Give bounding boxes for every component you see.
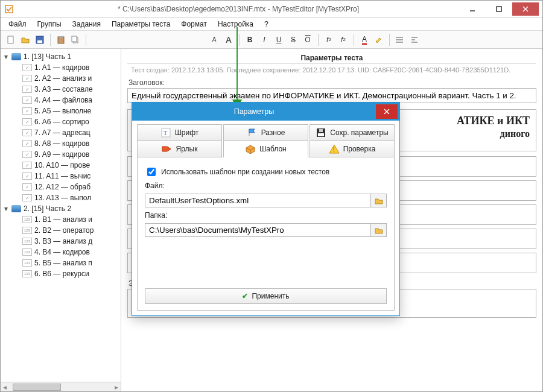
tree-item[interactable]: ✓10. A10 — прове [2,160,119,171]
folder-icon [11,53,21,60]
window-title: * C:\Users\bas\Desktop\egedemo2013INF.mt… [17,5,459,13]
tab-save-params[interactable]: Сохр. параметры [310,124,395,141]
tree-item[interactable]: ✓1. A1 — кодиров [2,62,119,73]
tree-group-2[interactable]: ▾ 2. [15] Часть 2 [2,203,119,214]
folder-input[interactable] [145,223,371,237]
tabs-row-1: T Шрифт Разное Сохр. параметры [137,124,395,141]
tree-item[interactable]: 1235. B5 — анализ п [2,258,119,268]
tree-item[interactable]: 1233. B3 — анализ д [2,236,119,247]
save-icon[interactable] [33,33,46,46]
tree-item[interactable]: ✓9. A9 — кодиров [2,149,119,160]
use-template-checkbox[interactable]: Использовать шаблон при создании новых т… [145,166,387,178]
header-input[interactable] [127,88,536,103]
dialog-titlebar[interactable]: Параметры [132,103,399,121]
tree-item[interactable]: 1236. B6 — рекурси [2,268,119,279]
sidebar-hscroll[interactable]: ◂ ▸ [1,382,121,391]
tree-item[interactable]: ✓8. A8 — кодиров [2,138,119,149]
folder-icon [11,205,21,212]
collapse-icon[interactable]: ▾ [3,52,9,61]
task-icon: ✓ [22,140,32,147]
svg-point-17 [396,42,398,43]
tree-item[interactable]: ✓4. A4 — файлова [2,95,119,106]
tree-item[interactable]: 1234. B4 — кодиров [2,247,119,258]
tree-item[interactable]: ✓3. A3 — составле [2,84,119,95]
list-icon[interactable] [393,33,407,46]
tree-label: 2. [15] Часть 2 [24,204,71,213]
highlight-icon[interactable] [372,33,386,46]
apply-button[interactable]: ✔ Применить [145,288,387,304]
overline-icon[interactable]: O [301,33,314,46]
scroll-thumb[interactable] [13,384,61,391]
underline-icon[interactable]: U [272,33,285,46]
svg-rect-11 [72,36,77,42]
tab-shortcut[interactable]: Ярлык [137,141,222,157]
bold-icon[interactable]: B [243,33,256,46]
sidebar: ▾ 1. [13] Часть 1 ✓1. A1 — кодиров ✓2. A… [1,49,121,391]
svg-rect-2 [497,7,501,11]
menu-settings[interactable]: Настройка [214,19,258,30]
task-icon: ✓ [22,183,32,191]
browse-file-button[interactable] [371,194,387,207]
font-smaller-icon[interactable]: A [208,33,221,46]
file-input[interactable] [145,194,371,207]
font-color-icon[interactable]: A [358,33,371,46]
app-icon [4,4,14,14]
svg-rect-29 [319,129,323,132]
close-button[interactable] [512,2,539,16]
font-tab-icon: T [160,127,171,138]
browse-folder-button[interactable] [371,223,387,237]
task-icon: 123 [22,270,32,277]
subscript-icon[interactable]: f2 [322,33,335,46]
task-icon: 123 [22,259,32,267]
header-label: Заголовок: [127,76,536,88]
tab-font[interactable]: T Шрифт [137,124,222,141]
tree-item[interactable]: ✓12. A12 — обраб [2,182,119,192]
dialog-close-button[interactable] [376,104,398,119]
font-larger-icon[interactable]: A [222,33,235,46]
superscript-icon[interactable]: f2 [337,33,350,46]
file-label: Файл: [145,182,387,190]
tab-check[interactable]: ! Проверка [310,141,395,157]
task-icon: 123 [22,238,32,245]
menu-format[interactable]: Формат [177,19,211,30]
task-icon: ✓ [22,75,32,82]
tree-group-1[interactable]: ▾ 1. [13] Часть 1 [2,51,119,62]
paste-icon[interactable] [54,33,68,46]
strike-icon[interactable]: S [287,33,300,46]
collapse-icon[interactable]: ▾ [3,204,9,213]
task-icon: 123 [22,248,32,256]
new-file-icon[interactable] [4,33,17,46]
window-controls [459,2,539,16]
menu-test-params[interactable]: Параметры теста [107,19,174,30]
task-icon: ✓ [22,96,32,104]
minimize-button[interactable] [459,2,486,16]
tree-item[interactable]: ✓2. A2 — анализ и [2,73,119,84]
tab-misc[interactable]: Разное [223,124,308,141]
parameters-dialog: Параметры T Шрифт Разное Сохр. параметры [132,102,400,316]
svg-rect-5 [8,36,13,43]
tree-item[interactable]: 1232. B2 — оператор [2,225,119,236]
align-icon[interactable] [408,33,421,46]
task-icon: ✓ [22,86,32,93]
tree-item[interactable]: 1231. B1 — анализ и [2,214,119,225]
tree-item[interactable]: ✓7. A7 — адресац [2,127,119,138]
tree-item[interactable]: ✓5. A5 — выполне [2,106,119,116]
menu-help[interactable]: ? [260,19,273,30]
task-icon: ✓ [22,64,32,71]
menu-groups[interactable]: Группы [33,19,66,30]
copy-icon[interactable] [69,33,82,46]
tree[interactable]: ▾ 1. [13] Часть 1 ✓1. A1 — кодиров ✓2. A… [1,49,121,382]
checkbox-input[interactable] [147,168,156,176]
tree-item[interactable]: ✓6. A6 — сортиро [2,116,119,127]
tag-icon [162,144,173,154]
menu-file[interactable]: Файл [4,19,31,30]
maximize-button[interactable] [486,2,512,16]
tree-item[interactable]: ✓13. A13 — выпол [2,192,119,203]
open-file-icon[interactable] [19,33,32,46]
svg-rect-0 [5,5,13,13]
menu-tasks[interactable]: Задания [68,19,105,30]
apply-label: Применить [252,292,289,300]
italic-icon[interactable]: I [258,33,271,46]
tab-template[interactable]: Шаблон [223,141,308,157]
tree-item[interactable]: ✓11. A11 — вычис [2,171,119,182]
